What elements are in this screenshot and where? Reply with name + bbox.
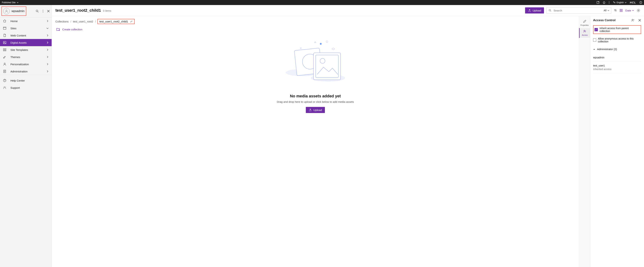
svg-point-6 (6, 10, 7, 11)
brand-logo: HCL (630, 1, 636, 4)
svg-point-1 (609, 1, 610, 2)
rail-label: Properties (580, 24, 589, 26)
link-icon[interactable] (130, 20, 133, 23)
sidebar-item-digital-assets[interactable]: Digital Assets (0, 39, 52, 46)
username-label: wpsadmin (12, 9, 24, 13)
language-label: English (617, 1, 624, 4)
upload-button[interactable]: Upload (525, 7, 544, 13)
access-user-name: test_user1 (593, 64, 641, 67)
rail-label: Access (582, 34, 588, 36)
gear-icon[interactable] (636, 8, 640, 12)
language-dropdown[interactable]: English (613, 1, 626, 4)
templates-icon (3, 48, 6, 51)
svg-rect-27 (622, 9, 622, 10)
svg-point-8 (43, 10, 43, 10)
home-icon[interactable] (603, 1, 606, 4)
svg-rect-14 (4, 48, 4, 50)
svg-point-25 (616, 10, 616, 11)
create-collection-button[interactable]: Create collection (56, 27, 575, 31)
user-block[interactable]: wpsadmin (2, 6, 26, 16)
anonymous-checkbox[interactable] (593, 38, 596, 42)
side-rail: Properties Access (579, 16, 590, 267)
svg-point-24 (615, 9, 616, 10)
create-collection-label: Create collection (62, 28, 82, 31)
sidebar-item-label: Site Templates (10, 48, 28, 51)
caret-down-icon (608, 9, 609, 11)
svg-point-22 (4, 86, 5, 87)
access-icon (583, 29, 586, 33)
rail-tab-properties[interactable]: Properties (579, 18, 590, 28)
breadcrumb-root[interactable]: Collections (56, 20, 68, 23)
svg-rect-29 (622, 11, 622, 12)
add-user-icon[interactable] (631, 18, 635, 22)
sort-label: Date (625, 9, 631, 12)
search-box[interactable]: All (546, 7, 611, 14)
sidebar-item-administration[interactable]: Administration (0, 68, 52, 75)
svg-point-7 (36, 10, 38, 12)
sidebar-item-label: Web Content (10, 34, 26, 37)
anonymous-label: Allow anonymous access to this collectio… (598, 37, 641, 43)
sidebar-item-support[interactable]: Support (0, 84, 52, 91)
access-user-sub: Inherited access (593, 68, 641, 71)
sidebar-item-help-center[interactable]: Help Center (0, 77, 52, 84)
item-count: 0 items (103, 9, 111, 12)
svg-point-21 (4, 81, 5, 81)
search-filter-label: All (604, 9, 606, 12)
sidebar-item-site-templates[interactable]: Site Templates (0, 46, 52, 53)
chevron-down-icon (46, 27, 49, 29)
svg-point-18 (4, 63, 6, 64)
search-input[interactable] (554, 9, 602, 12)
sidebar-item-personalization[interactable]: Personalization (0, 60, 52, 68)
svg-point-3 (609, 3, 610, 4)
empty-upload-label: Upload (313, 109, 322, 112)
svg-point-2 (609, 2, 610, 3)
document-icon (3, 34, 6, 37)
svg-rect-26 (620, 9, 621, 10)
access-user-name: wpsadmin (593, 56, 641, 59)
access-panel-title: Access Control (593, 18, 616, 22)
upload-icon (309, 108, 312, 112)
role-administrator-toggle[interactable]: Administrator (2) (593, 48, 641, 51)
main: test_user1_root2_child1 0 items Upload A… (52, 5, 644, 267)
grid-view-icon[interactable] (620, 9, 623, 12)
sidebar-item-web-content[interactable]: Web Content (0, 32, 52, 39)
sidebar-item-label: Personalization (10, 63, 29, 66)
svg-rect-11 (4, 27, 6, 29)
svg-point-39 (326, 41, 328, 42)
chevron-right-icon (46, 41, 49, 44)
sort-dropdown[interactable]: Date (625, 9, 634, 12)
more-icon[interactable] (43, 9, 43, 13)
anonymous-access-row[interactable]: Allow anonymous access to this collectio… (593, 37, 641, 43)
search-icon[interactable] (36, 9, 39, 13)
sites-icon (3, 26, 6, 30)
sidebar-item-sites[interactable]: Sites (0, 25, 52, 32)
inherit-access-row[interactable]: Inherit access from parent collection (593, 25, 641, 34)
sidebar-item-home[interactable]: Home (0, 17, 52, 25)
image-icon (3, 41, 6, 44)
rail-tab-access[interactable]: Access (579, 28, 590, 38)
access-user-row: test_user1 Inherited access (593, 62, 641, 73)
support-icon (3, 86, 6, 89)
inherit-label: Inherit access from parent collection (600, 27, 640, 32)
close-icon[interactable] (47, 10, 50, 12)
inherit-checkbox[interactable] (594, 28, 598, 31)
svg-point-41 (632, 19, 633, 20)
svg-point-9 (43, 11, 43, 11)
sliders-icon[interactable] (614, 9, 617, 12)
empty-subtitle: Drag and drop here to upload or click be… (277, 100, 354, 103)
search-filter-dropdown[interactable]: All (604, 9, 610, 12)
svg-rect-16 (4, 50, 4, 51)
sidebar-item-label: Sites (10, 27, 16, 30)
published-site-dropdown[interactable]: Published Site (2, 1, 18, 4)
breadcrumb-parent[interactable]: test_user1_root2 (73, 20, 93, 23)
info-icon[interactable] (639, 1, 642, 4)
empty-upload-button[interactable]: Upload (306, 107, 325, 113)
more-icon[interactable] (609, 1, 610, 4)
svg-rect-28 (620, 11, 621, 12)
breadcrumb-current: test_user1_root2_child1 (99, 20, 128, 23)
help-icon (3, 79, 6, 82)
avatar-icon (3, 8, 10, 14)
sidebar-item-themes[interactable]: Themes (0, 53, 52, 60)
window-icon[interactable] (596, 1, 600, 4)
close-icon[interactable] (638, 19, 641, 22)
